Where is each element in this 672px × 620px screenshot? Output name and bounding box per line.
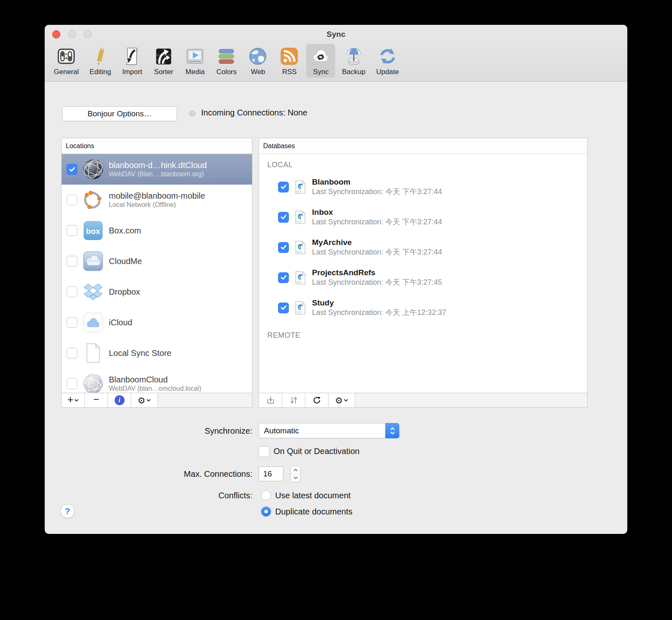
max-connections-stepper[interactable] <box>290 466 300 482</box>
gear-icon: ⚙ <box>138 396 146 405</box>
location-row-box[interactable]: box Box.com <box>62 215 252 246</box>
toolbar-item-general[interactable]: General <box>50 44 83 78</box>
location-detail: WebDAV (Blan….blanboom.org) <box>109 170 207 178</box>
location-checkbox[interactable] <box>67 348 77 358</box>
location-row-icloud[interactable]: iCloud <box>62 307 252 338</box>
refresh-icon <box>312 396 322 405</box>
database-file-icon <box>295 301 306 315</box>
duplicate-documents-label: Duplicate documents <box>275 507 353 517</box>
databases-header: Databases <box>259 138 587 154</box>
location-checkbox[interactable] <box>67 164 77 175</box>
database-row-myarchive[interactable]: MyArchive Last Synchronization: 今天 下午3:2… <box>259 232 587 262</box>
synchronize-now-button[interactable] <box>305 393 329 407</box>
location-checkbox[interactable] <box>67 195 77 205</box>
on-quit-checkbox[interactable] <box>259 446 269 457</box>
max-connections-label: Max. Connections: <box>127 469 252 479</box>
database-checkbox[interactable] <box>278 242 289 253</box>
database-file-icon <box>295 210 306 224</box>
database-name: ProjectsAndRefs <box>312 268 442 278</box>
stepper-down-icon[interactable] <box>291 474 300 482</box>
chevron-down-icon <box>74 399 79 402</box>
toolbar-item-media[interactable]: Media <box>180 44 209 78</box>
location-checkbox[interactable] <box>67 378 77 389</box>
toolbar-item-backup[interactable]: Backup <box>338 44 370 78</box>
preferences-toolbar: General Editing <box>45 43 627 81</box>
location-row-bonjour-mobile[interactable]: mobile@blanboom-mobile Local Network (Of… <box>62 185 252 215</box>
window-title: Sync <box>45 30 627 39</box>
locations-toolbar: + − i ⚙ <box>62 393 252 407</box>
toolbar-item-rss[interactable]: RSS <box>275 44 304 78</box>
document-icon <box>82 342 104 364</box>
pencil-icon <box>90 46 110 67</box>
database-row-projectsandrefs[interactable]: ProjectsAndRefs Last Synchronization: 今天… <box>259 262 587 293</box>
location-checkbox[interactable] <box>67 317 77 328</box>
database-row-inbox[interactable]: Inbox Last Synchronization: 今天 下午3:27:44 <box>259 202 587 232</box>
location-name: blanboom-d…hink.dtCloud <box>109 160 207 170</box>
update-arrows-icon <box>377 46 398 67</box>
toolbar-item-colors[interactable]: Colors <box>212 44 241 78</box>
location-row-blanboomcloud[interactable]: BlanboomCloud WebDAV (blan…omcloud.local… <box>62 368 252 393</box>
database-last-sync: Last Synchronization: 今天 下午3:27:45 <box>312 278 442 287</box>
synchronize-label: Synchronize: <box>127 426 252 436</box>
toolbar-item-label: General <box>54 68 79 76</box>
toolbar-item-label: Web <box>251 68 265 76</box>
stepper-up-icon[interactable] <box>291 466 300 474</box>
help-button[interactable]: ? <box>60 504 74 518</box>
location-actions-button[interactable]: ⚙ <box>131 393 158 407</box>
local-section-label: LOCAL <box>267 161 587 169</box>
toolbar-item-web[interactable]: Web <box>243 44 272 78</box>
database-checkbox[interactable] <box>278 272 289 283</box>
location-detail: Local Network (Offline) <box>109 201 205 209</box>
cloudme-icon <box>82 250 104 272</box>
rss-icon <box>279 46 300 67</box>
use-latest-document-radio[interactable] <box>261 490 271 500</box>
database-last-sync: Last Synchronization: 今天 上午12:32:37 <box>312 308 446 317</box>
webdav-globe-light-icon <box>82 373 104 393</box>
toolbar-item-sync[interactable]: Sync <box>306 44 335 78</box>
location-row-local-sync-store[interactable]: Local Sync Store <box>62 338 252 368</box>
toolbar-item-sorter[interactable]: Sorter <box>149 44 178 78</box>
toolbar-item-update[interactable]: Update <box>372 44 403 78</box>
databases-panel: Databases LOCAL Blanboom Last Synchroniz… <box>259 138 588 408</box>
databases-toolbar: ⚙ <box>259 393 587 407</box>
import-database-button[interactable] <box>259 393 282 407</box>
synchronize-popup[interactable]: Automatic <box>259 423 399 438</box>
database-checkbox[interactable] <box>278 182 289 192</box>
location-checkbox[interactable] <box>67 256 77 267</box>
location-checkbox[interactable] <box>67 286 77 297</box>
locations-panel: Locations blanboom-d…hink.dtCloud <box>61 138 252 408</box>
location-info-button[interactable]: i <box>108 393 131 407</box>
location-row-dropbox[interactable]: Dropbox <box>62 276 252 307</box>
duplicate-documents-radio[interactable] <box>261 507 271 517</box>
box-icon: box <box>82 220 104 241</box>
toolbar-item-import[interactable]: Import <box>118 44 146 78</box>
icloud-icon <box>82 312 104 333</box>
toolbar-item-label: Update <box>376 68 399 76</box>
colors-icon <box>216 46 237 67</box>
toolbar-item-editing[interactable]: Editing <box>85 44 115 78</box>
desktop-background: Sync General <box>0 0 672 620</box>
max-connections-value: 16 <box>263 469 272 478</box>
sync-direction-button[interactable] <box>282 393 305 407</box>
bonjour-options-button[interactable]: Bonjour Options… <box>62 106 177 121</box>
location-row-dtcloud[interactable]: blanboom-d…hink.dtCloud WebDAV (Blan….bl… <box>62 154 252 185</box>
database-checkbox[interactable] <box>278 212 289 223</box>
locations-list: blanboom-d…hink.dtCloud WebDAV (Blan….bl… <box>62 154 252 393</box>
database-name: Study <box>312 298 446 308</box>
database-row-blanboom[interactable]: Blanboom Last Synchronization: 今天 下午3:27… <box>259 172 587 202</box>
remove-location-button[interactable]: − <box>85 393 108 407</box>
database-checkbox[interactable] <box>278 303 289 313</box>
database-row-study[interactable]: Study Last Synchronization: 今天 上午12:32:3… <box>259 293 587 323</box>
toolbar-item-label: Colors <box>216 68 237 76</box>
database-actions-button[interactable]: ⚙ <box>329 393 355 407</box>
location-checkbox[interactable] <box>67 225 77 236</box>
location-row-cloudme[interactable]: CloudMe <box>62 246 252 276</box>
titlebar: Sync <box>45 25 627 43</box>
max-connections-field[interactable]: 16 <box>259 466 283 481</box>
on-quit-label: On Quit or Deactivation <box>274 447 360 456</box>
sync-cloud-icon <box>310 46 331 67</box>
media-player-icon <box>185 46 205 67</box>
database-name: Inbox <box>312 207 442 217</box>
add-location-button[interactable]: + <box>62 393 85 407</box>
database-last-sync: Last Synchronization: 今天 下午3:27:44 <box>312 217 442 227</box>
